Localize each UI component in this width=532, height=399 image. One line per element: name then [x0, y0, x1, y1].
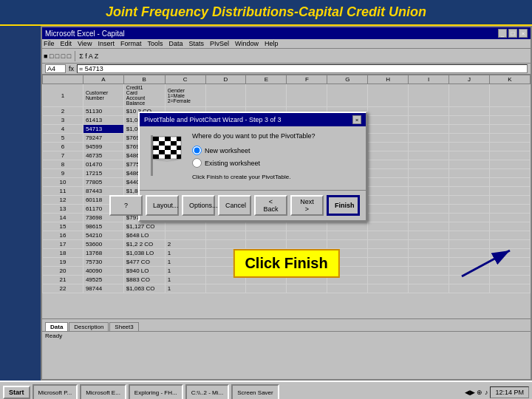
table-row: 1 CustomerNumber Credit1CardAccountBalan…: [43, 84, 531, 107]
taskbar-item-microsoft-p[interactable]: Microsoft P...: [33, 384, 78, 399]
excel-title-bar: Microsoft Excel - Capital _ □ ×: [42, 27, 531, 39]
dialog-content: Where do you want to put the PivotTable?…: [140, 126, 366, 190]
start-button[interactable]: Start: [3, 386, 30, 399]
svg-rect-8: [159, 150, 165, 154]
dialog-back-button[interactable]: < Back: [254, 195, 287, 216]
toolbar-icons: ■ □ □ □ □: [44, 52, 71, 60]
bottom-area: Data Description Sheet3 Ready: [42, 318, 531, 341]
dialog-next-button[interactable]: Next >: [290, 195, 324, 216]
maximize-button[interactable]: □: [508, 29, 517, 38]
svg-rect-0: [151, 135, 153, 176]
dialog-close-button[interactable]: ×: [352, 115, 361, 124]
svg-rect-9: [171, 150, 177, 154]
taskbar-item-exploring[interactable]: Exploring - FH...: [129, 384, 183, 399]
excel-menu-bar: File Edit View Insert Format Tools Data …: [42, 39, 531, 49]
svg-rect-3: [165, 137, 171, 141]
taskbar-item-screen-saver[interactable]: Screen Saver: [231, 384, 279, 399]
col-header-a: A: [83, 75, 123, 84]
tray-icons: ◀▶ ⊕ ♪: [465, 389, 488, 396]
title-text: Joint Frequency Distributions-Capital Cr…: [106, 4, 426, 19]
excel-window: Microsoft Excel - Capital _ □ × File Edi…: [41, 26, 532, 381]
menu-window[interactable]: Window: [235, 40, 259, 47]
svg-rect-2: [153, 137, 159, 141]
dialog-help-button[interactable]: ?: [109, 195, 143, 216]
menu-edit[interactable]: Edit: [61, 40, 72, 47]
menu-data[interactable]: Data: [168, 40, 183, 47]
left-decorative-panel: [0, 26, 41, 381]
dialog-right-panel: Where do you want to put the PivotTable?…: [192, 132, 360, 184]
formula-bar: A4 fx = 54713: [42, 64, 531, 75]
sheet-tab-data[interactable]: Data: [45, 322, 68, 331]
svg-rect-11: [165, 154, 171, 159]
click-finish-label: Click Finish: [233, 249, 339, 278]
menu-pivsel[interactable]: PIvSel: [210, 40, 229, 47]
radio-new-worksheet-label: New worksheet: [205, 147, 250, 154]
excel-title-buttons: _ □ ×: [498, 29, 528, 38]
radio-existing-worksheet-label: Existing worksheet: [205, 160, 260, 167]
status-bar: Ready: [42, 331, 531, 341]
radio-existing-worksheet[interactable]: Existing worksheet: [192, 158, 360, 168]
svg-rect-14: [177, 154, 181, 159]
col-header-g: G: [327, 75, 368, 84]
svg-rect-4: [159, 141, 165, 146]
main-area: Microsoft Excel - Capital _ □ × File Edi…: [0, 26, 532, 381]
svg-rect-5: [171, 141, 177, 146]
col-header-i: I: [409, 75, 449, 84]
menu-file[interactable]: File: [44, 40, 55, 47]
table-row: 22 98744 $1,063 CO 1: [43, 284, 531, 293]
dialog-cancel-button[interactable]: Cancel: [218, 195, 251, 216]
sheet-tab-sheet3[interactable]: Sheet3: [109, 322, 138, 331]
checkered-flag-icon: [149, 135, 183, 176]
col-header-j: J: [449, 75, 490, 84]
dialog-buttons-area: ? Layout... Options... Cancel < Back Nex…: [140, 190, 366, 220]
svg-rect-10: [153, 154, 159, 159]
table-row: 17 53600 $1,2 2 CO 2: [43, 240, 531, 249]
sheet-tabs: Data Description Sheet3: [42, 319, 531, 331]
taskbar-item-c-drive[interactable]: C:\\..2 - Mi...: [185, 384, 230, 399]
menu-view[interactable]: View: [78, 40, 92, 47]
menu-tools[interactable]: Tools: [147, 40, 163, 47]
svg-rect-12: [177, 137, 181, 141]
table-row: 15 98615 $1,127 CO: [43, 222, 531, 231]
cell-reference: A4: [45, 64, 66, 73]
col-header-d: D: [205, 75, 246, 84]
taskbar-item-microsoft-e[interactable]: Microsoft E...: [80, 384, 126, 399]
presentation-title: Joint Frequency Distributions-Capital Cr…: [0, 0, 532, 26]
arrow-annotation: [458, 243, 517, 280]
col-header-k: K: [490, 75, 531, 84]
menu-stats[interactable]: Stats: [188, 40, 204, 47]
radio-existing-worksheet-input[interactable]: [192, 158, 202, 168]
formula-input[interactable]: = 54713: [77, 64, 528, 73]
menu-insert[interactable]: Insert: [98, 40, 115, 47]
sheet-tab-description[interactable]: Description: [69, 322, 109, 331]
svg-rect-7: [165, 146, 171, 150]
radio-new-worksheet-input[interactable]: [192, 146, 202, 155]
dialog-note: Click Finish to create your PivotTable.: [192, 174, 360, 180]
taskbar-time: 12:14 PM: [490, 386, 529, 398]
svg-rect-6: [153, 146, 159, 150]
menu-format[interactable]: Format: [120, 40, 142, 47]
col-header-e: E: [246, 75, 287, 84]
taskbar: Start Microsoft P... Microsoft E... Expl…: [0, 381, 532, 399]
menu-help[interactable]: Help: [265, 40, 279, 47]
pivot-dialog: PivotTable and PivotChart Wizard - Step …: [138, 112, 367, 222]
dialog-options-button[interactable]: Options...: [182, 195, 215, 216]
excel-toolbar: ■ □ □ □ □ Σ f A Z: [42, 49, 531, 64]
toolbar-icons-2: Σ f A Z: [79, 52, 98, 60]
radio-new-worksheet[interactable]: New worksheet: [192, 146, 360, 155]
toolbar-separator: [75, 51, 75, 61]
dialog-title-text: PivotTable and PivotChart Wizard - Step …: [144, 116, 282, 123]
col-header-c: C: [165, 75, 205, 84]
dialog-finish-button[interactable]: Finish: [327, 195, 360, 216]
excel-content-wrapper: A B C D E F G H I J K: [42, 75, 531, 318]
flag-icon-area: [146, 132, 186, 184]
table-row: 16 54210 $648 LO: [43, 231, 531, 240]
close-button[interactable]: ×: [519, 29, 528, 38]
dialog-question: Where do you want to put the PivotTable?: [192, 132, 360, 140]
formula-equals: fx: [69, 65, 74, 72]
col-header-h: H: [368, 75, 409, 84]
svg-rect-13: [177, 146, 181, 150]
minimize-button[interactable]: _: [498, 29, 507, 38]
dialog-layout-button[interactable]: Layout...: [146, 195, 179, 216]
dialog-title-bar: PivotTable and PivotChart Wizard - Step …: [140, 113, 366, 126]
